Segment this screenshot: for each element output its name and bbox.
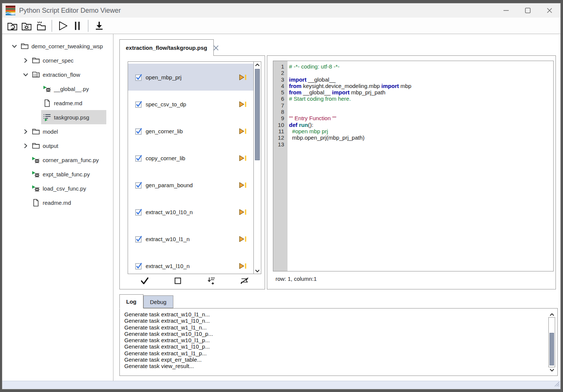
maximize-button[interactable] [517,3,539,18]
tab-taskgroup-psg[interactable]: extraction_flow/taskgroup.psg [119,39,214,56]
code-line: 13 [273,141,553,148]
line-number: 6 [273,95,287,102]
step-run-icon[interactable] [239,128,247,134]
checkbox-checked-icon[interactable] [135,235,142,243]
clear-flag-button[interactable] [238,275,251,286]
no-flag-icon [240,276,249,285]
scrollbar-track[interactable] [548,317,555,367]
code-text: import __global__ [287,76,335,83]
uncheck-all-button[interactable] [171,275,184,286]
step-run-icon[interactable] [239,155,247,161]
close-button[interactable] [539,3,560,18]
check-all-button[interactable] [138,275,151,286]
minimize-button[interactable] [495,3,517,18]
scroll-up-icon[interactable] [254,62,261,68]
chevron-down-icon[interactable] [10,43,19,49]
step-run-icon[interactable] [239,74,247,80]
checkbox-checked-icon[interactable] [135,262,142,270]
code-line: 10def run(): [273,122,553,128]
log-output: Generate task extract_w10_l1_n...Generat… [120,309,557,370]
chevron-down-icon[interactable] [21,72,30,78]
chevron-right-icon[interactable] [21,129,30,134]
open-workspace-button[interactable] [5,19,19,33]
task-row-extract_w10_l1_n[interactable]: extract_w10_l1_n [128,225,253,252]
task-row-spec_csv_to_dp[interactable]: spec_csv_to_dp [128,91,253,118]
code-text: # Start coding from here. [287,95,351,102]
sidebar-item-corner-param-func-py[interactable]: corner_param_func.py [2,153,113,167]
app-window: Python Script Editor Demo Viewer demo_co… [2,3,561,389]
checkbox-checked-icon[interactable] [135,182,142,189]
workspace-settings-button[interactable] [19,19,34,33]
download-button[interactable] [92,19,106,33]
step-run-icon[interactable] [239,209,247,215]
chevron-right-icon[interactable] [21,143,30,149]
tab-close-icon[interactable] [213,45,219,51]
code-text: # -*- coding: utf-8 -*- [287,63,340,70]
task-row-copy_corner_lib[interactable]: copy_corner_lib [128,145,253,171]
sidebar-item-corner-spec[interactable]: corner_spec [2,53,113,67]
chevron-right-icon[interactable] [21,58,30,63]
scrollbar-thumb[interactable] [255,69,260,160]
sidebar-item-readme-md[interactable]: readme.md [2,96,113,110]
task-row-extract_w10_l10_n[interactable]: extract_w10_l10_n [128,198,253,225]
run-icon [57,20,69,31]
sidebar-item-extraction-flow[interactable]: extraction_flow [2,67,113,82]
code-text [287,141,290,148]
resize-grip[interactable] [554,381,560,388]
pause-button[interactable] [70,19,84,33]
scroll-down-icon[interactable] [254,268,261,274]
run-button[interactable] [56,19,70,33]
minimize-icon [503,7,509,14]
tree-item-body: output [30,139,63,152]
tree-item-label: readme.md [54,100,82,106]
check-all-icon [140,276,149,285]
task-label: copy_corner_lib [146,155,185,161]
sidebar-item-load-csv-func-py[interactable]: load_csv_func.py [2,181,113,195]
checkbox-checked-icon[interactable] [135,101,142,108]
code-editor[interactable]: 1# -*- coding: utf-8 -*-2 3import __glob… [273,61,554,271]
checkbox-checked-icon[interactable] [135,128,142,135]
sidebar-item-demo-corner-tweaking-wsp[interactable]: demo_corner_tweaking_wsp [2,39,113,53]
log-scrollbar[interactable] [548,312,556,373]
file-icon [31,199,40,207]
step-run-icon[interactable] [239,101,247,107]
tab-log-label: Log [126,298,137,305]
checkbox-checked-icon[interactable] [135,74,142,81]
sidebar-item-readme-md[interactable]: readme.md [2,195,113,210]
tab-debug[interactable]: Debug [143,295,173,308]
step-run-icon[interactable] [239,236,247,242]
task-folder-icon [31,71,40,78]
sidebar-item-expt-table-func-py[interactable]: expt_table_func.py [2,167,113,181]
checkbox-checked-icon[interactable] [135,155,142,162]
task-row-gen_corner_lib[interactable]: gen_corner_lib [128,118,253,145]
step-run-icon[interactable] [239,182,247,188]
task-list-scrollbar[interactable] [253,62,261,274]
checkbox-checked-icon[interactable] [135,209,142,216]
sidebar-item-model[interactable]: model [2,124,113,139]
add-task-button[interactable] [205,275,217,286]
editor-panel: 1# -*- coding: utf-8 -*-2 3import __glob… [267,55,556,289]
new-workspace-button[interactable] [34,19,48,33]
sidebar-item--global-py[interactable]: __global__.py [2,82,113,96]
code-line: 12 mbp.open_prj(mbp_prj_path) [273,134,553,141]
task-label: extract_w10_l1_n [146,236,190,242]
step-run-icon[interactable] [239,263,247,269]
python-debug-icon [31,170,40,178]
line-number: 13 [273,141,287,148]
window-title: Python Script Editor Demo Viewer [19,7,121,15]
scrollbar-thumb[interactable] [550,333,554,365]
titlebar: Python Script Editor Demo Viewer [2,3,560,18]
sidebar-item-output[interactable]: output [2,139,113,153]
sidebar-item-taskgroup-psg[interactable]: taskgroup.psg [2,110,113,124]
code-text: from keysight.device_modeling.mbp import… [287,83,411,89]
task-row-open_mbp_prj[interactable]: open_mbp_prj [128,64,253,91]
folder-icon [20,42,29,50]
scroll-down-icon[interactable] [548,367,556,373]
tab-log[interactable]: Log [119,294,143,309]
scroll-up-icon[interactable] [548,312,556,317]
task-row-extract_w1_l10_n[interactable]: extract_w1_l10_n [128,252,253,274]
line-number: 12 [273,134,287,141]
task-row-gen_param_bound[interactable]: gen_param_bound [128,171,253,198]
file-icon [43,99,52,107]
code-text [287,70,290,76]
